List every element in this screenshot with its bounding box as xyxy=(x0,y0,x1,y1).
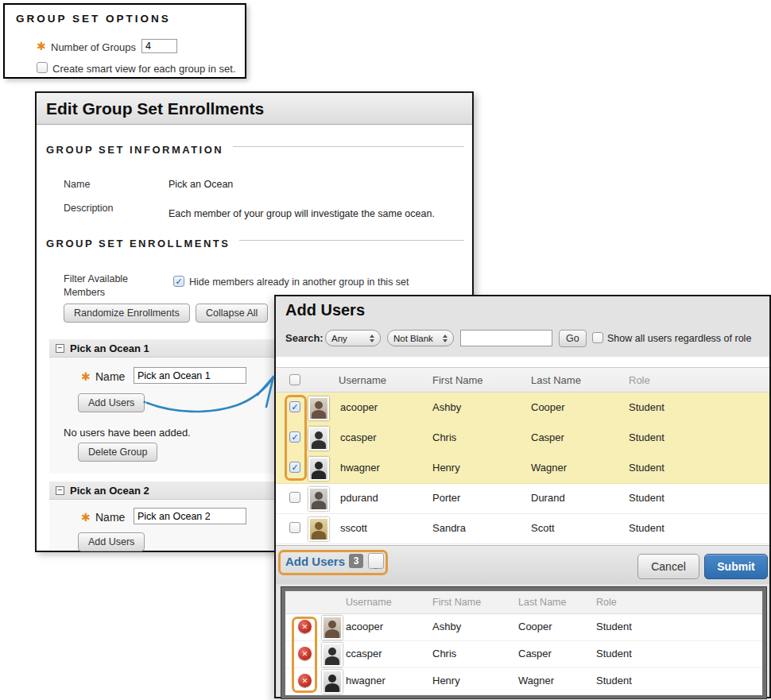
select-all-checkbox[interactable] xyxy=(289,374,300,385)
check-icon: ✓ xyxy=(291,432,298,443)
cell-first-name: Chris xyxy=(432,648,456,659)
add-users-dialog: Add Users Search: Any Not Blank Go Show … xyxy=(274,295,771,698)
number-of-groups-input[interactable] xyxy=(141,39,177,53)
col-first-name: First Name xyxy=(432,374,483,386)
selected-row: ✕ hwagner Henry Wagner Student xyxy=(285,667,762,695)
collapse-minus-icon[interactable]: − xyxy=(56,486,64,495)
show-all-users-label: Show all users regardless of role xyxy=(607,333,751,344)
table-row: ✓ acooper Ashby Cooper Student xyxy=(276,393,769,423)
col-username: Username xyxy=(346,597,392,608)
cell-role: Student xyxy=(596,621,632,632)
hide-members-checkbox[interactable]: ✓ xyxy=(173,276,184,287)
group1-name-input[interactable] xyxy=(134,367,246,384)
avatar xyxy=(308,517,329,541)
collapse-minus-icon[interactable]: − xyxy=(56,344,64,353)
cell-username: ccasper xyxy=(346,648,382,659)
col-last-name: Last Name xyxy=(518,597,566,608)
options-panel-title: GROUP SET OPTIONS xyxy=(16,13,171,25)
cell-username: sscott xyxy=(340,522,367,534)
randomize-enrollments-button[interactable]: Randomize Enrollments xyxy=(64,304,190,323)
cell-username: ccasper xyxy=(340,431,377,443)
row-checkbox[interactable]: ✓ xyxy=(289,401,300,412)
cell-last-name: Casper xyxy=(518,648,552,659)
cell-role: Student xyxy=(629,401,664,413)
row-checkbox[interactable] xyxy=(289,492,300,503)
selected-header-row: Username First Name Last Name Role xyxy=(285,591,762,614)
group1-delete-button[interactable]: Delete Group xyxy=(78,443,157,462)
row-checkbox[interactable]: ✓ xyxy=(289,431,300,443)
info-section-heading-row: GROUP SET INFORMATION xyxy=(46,144,464,156)
description-label: Description xyxy=(64,203,114,214)
cell-first-name: Ashby xyxy=(432,621,461,632)
cell-username: acooper xyxy=(340,401,378,413)
enrollments-section-heading: GROUP SET ENROLLMENTS xyxy=(46,238,230,249)
hide-members-label: Hide members already in another group in… xyxy=(189,277,409,288)
collapse-all-button[interactable]: Collapse All xyxy=(196,304,268,323)
cell-last-name: Cooper xyxy=(518,621,552,632)
selected-count-badge: 3 xyxy=(349,554,363,568)
search-operator-value: Not Blank xyxy=(393,334,433,343)
group1-title: Pick an Ocean 1 xyxy=(70,342,149,354)
group2-name-input[interactable] xyxy=(134,508,246,524)
cell-role: Student xyxy=(629,492,664,504)
search-field-value: Any xyxy=(331,334,347,343)
search-label: Search: xyxy=(285,332,324,344)
cell-role: Student xyxy=(596,648,632,659)
show-all-users-checkbox[interactable] xyxy=(592,332,603,343)
description-value: Each member of your group will investiga… xyxy=(169,208,435,219)
group2-title: Pick an Ocean 2 xyxy=(70,485,149,497)
section-divider xyxy=(233,146,464,147)
go-button[interactable]: Go xyxy=(559,330,587,347)
required-asterisk-icon: ✱ xyxy=(37,41,46,52)
cell-role: Student xyxy=(629,462,664,474)
cell-first-name: Chris xyxy=(432,431,456,443)
submit-button[interactable]: Submit xyxy=(704,554,768,579)
section-divider xyxy=(239,240,464,241)
row-checkbox[interactable] xyxy=(289,522,300,533)
number-of-groups-label: Number of Groups xyxy=(51,41,136,53)
smart-view-label: Create smart view for each group in set. xyxy=(52,63,236,75)
collapse-section-button[interactable]: _ xyxy=(368,553,384,569)
selected-row: ✕ ccasper Chris Casper Student xyxy=(285,640,762,668)
remove-user-icon[interactable]: ✕ xyxy=(298,620,312,633)
table-row: ✓ hwagner Henry Wagner Student xyxy=(276,453,769,484)
cell-last-name: Scott xyxy=(531,522,555,534)
cell-first-name: Ashby xyxy=(432,401,461,413)
page: GROUP SET OPTIONS ✱ Number of Groups Cre… xyxy=(0,0,771,700)
table-header-row: Username First Name Last Name Role xyxy=(276,367,769,393)
x-glyph: ✕ xyxy=(302,677,308,685)
check-icon: ✓ xyxy=(291,462,298,473)
footer-add-users-label: Add Users xyxy=(285,555,345,568)
name-value: Pick an Ocean xyxy=(169,179,233,190)
cell-role: Student xyxy=(629,431,664,443)
remove-user-icon[interactable]: ✕ xyxy=(298,674,312,687)
row-checkbox[interactable]: ✓ xyxy=(289,462,300,473)
search-field-select[interactable]: Any xyxy=(325,330,381,346)
col-role: Role xyxy=(629,374,650,386)
group1-empty-text: No users have been added. xyxy=(64,427,191,439)
search-operator-select[interactable]: Not Blank xyxy=(387,330,454,346)
cell-last-name: Casper xyxy=(531,431,564,443)
cell-role: Student xyxy=(629,522,664,534)
info-section-heading: GROUP SET INFORMATION xyxy=(46,144,223,156)
check-icon: ✓ xyxy=(175,277,182,287)
col-first-name: First Name xyxy=(432,597,481,608)
cell-role: Student xyxy=(596,675,632,686)
search-input[interactable] xyxy=(460,330,552,346)
group1-add-users-button[interactable]: Add Users xyxy=(78,393,145,412)
enrollments-section-heading-row: GROUP SET ENROLLMENTS xyxy=(46,238,464,249)
group2-add-users-button[interactable]: Add Users xyxy=(78,532,145,551)
remove-user-icon[interactable]: ✕ xyxy=(298,647,312,660)
smart-view-checkbox[interactable] xyxy=(37,62,48,73)
group2-name-label: Name xyxy=(95,511,125,524)
avatar xyxy=(308,487,329,511)
edit-panel-title: Edit Group Set Enrollments xyxy=(46,99,264,118)
cell-last-name: Wagner xyxy=(518,675,554,686)
cancel-button[interactable]: Cancel xyxy=(637,554,699,579)
col-username: Username xyxy=(339,374,386,386)
avatar xyxy=(322,616,343,640)
x-glyph: ✕ xyxy=(302,650,308,658)
selected-row: ✕ acooper Ashby Cooper Student xyxy=(285,613,762,641)
group-set-options-panel: GROUP SET OPTIONS ✱ Number of Groups Cre… xyxy=(3,3,246,79)
cell-last-name: Wagner xyxy=(531,462,567,474)
